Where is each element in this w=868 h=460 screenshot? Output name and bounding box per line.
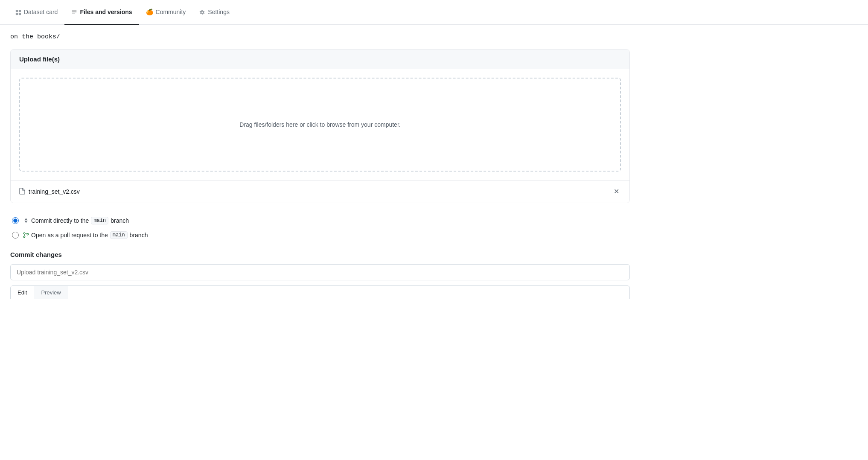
commit-message-input[interactable]	[10, 264, 630, 280]
file-remove-button[interactable]: ✕	[612, 186, 621, 197]
dataset-card-icon	[15, 8, 21, 15]
tab-bar: Dataset card Files and versions 🍊 Commun…	[0, 0, 868, 25]
upload-section: Upload file(s) Drag files/folders here o…	[10, 49, 630, 203]
tab-files-label: Files and versions	[80, 9, 132, 15]
tab-settings-label: Settings	[208, 9, 230, 15]
commit-direct-label[interactable]: Commit directly to the main branch	[23, 217, 129, 224]
tab-settings[interactable]: Settings	[192, 0, 236, 25]
upload-title: Upload file(s)	[19, 55, 60, 63]
tab-community-label: Community	[156, 9, 186, 15]
upload-header: Upload file(s)	[11, 49, 629, 69]
file-item: training_set_v2.csv ✕	[11, 180, 629, 203]
pr-icon	[23, 232, 29, 238]
breadcrumb: on_the_books/	[10, 33, 630, 41]
file-document-icon	[19, 188, 25, 196]
commit-direct-text: Commit directly to the	[31, 217, 89, 224]
files-versions-icon	[71, 8, 77, 15]
tab-files-and-versions[interactable]: Files and versions	[64, 0, 139, 25]
tab-community[interactable]: 🍊 Community	[139, 0, 193, 25]
main-content: on_the_books/ Upload file(s) Drag files/…	[0, 25, 640, 308]
commit-pr-radio[interactable]	[12, 232, 19, 239]
commit-changes-section: Commit changes Edit Preview	[10, 251, 630, 299]
file-item-left: training_set_v2.csv	[19, 188, 80, 196]
commit-direct-radio[interactable]	[12, 217, 19, 224]
commit-pr-suffix: branch	[130, 232, 148, 239]
tab-preview-label: Preview	[41, 289, 61, 296]
tab-edit[interactable]: Edit	[11, 286, 34, 299]
drop-zone[interactable]: Drag files/folders here or click to brow…	[19, 78, 621, 172]
tab-edit-label: Edit	[17, 289, 27, 296]
editor-tabs: Edit Preview	[10, 285, 630, 299]
svg-rect-1	[19, 10, 21, 12]
svg-rect-3	[19, 13, 21, 15]
settings-icon	[199, 8, 205, 15]
file-name: training_set_v2.csv	[29, 188, 80, 195]
tab-dataset-card-label: Dataset card	[24, 9, 58, 15]
svg-point-7	[23, 233, 25, 234]
commit-options: Commit directly to the main branch	[10, 213, 630, 242]
svg-rect-2	[16, 13, 18, 15]
commit-icon	[23, 218, 29, 224]
commit-pr-text: Open as a pull request to the	[31, 232, 108, 239]
svg-point-4	[25, 220, 27, 222]
commit-direct-suffix: branch	[111, 217, 129, 224]
drop-zone-text: Drag files/folders here or click to brow…	[239, 121, 400, 128]
commit-direct-branch: main	[91, 217, 108, 224]
tab-preview[interactable]: Preview	[34, 286, 67, 299]
page-container: Dataset card Files and versions 🍊 Commun…	[0, 0, 868, 460]
community-icon: 🍊	[146, 9, 153, 15]
commit-pr-label[interactable]: Open as a pull request to the main branc…	[23, 231, 148, 239]
tab-dataset-card[interactable]: Dataset card	[9, 0, 64, 25]
commit-pr-branch: main	[110, 231, 128, 239]
svg-point-8	[23, 236, 25, 238]
svg-rect-0	[16, 10, 18, 12]
commit-option-direct: Commit directly to the main branch	[10, 213, 630, 228]
commit-option-pr: Open as a pull request to the main branc…	[10, 228, 630, 242]
commit-changes-title: Commit changes	[10, 251, 630, 258]
